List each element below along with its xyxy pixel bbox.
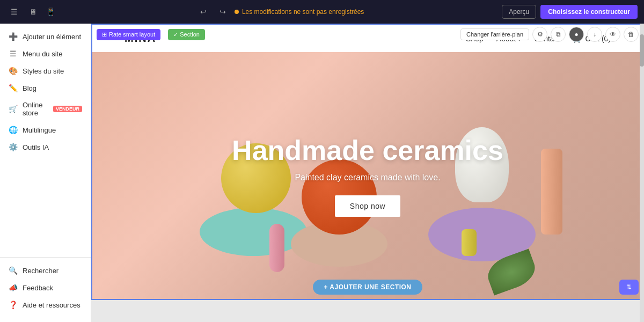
sidebar-styles-label: Styles du site (23, 67, 64, 75)
sidebar-item-blog[interactable]: ✏️ Blog (0, 79, 91, 97)
unsaved-notice: Les modifications ne sont pas enregistré… (235, 8, 364, 16)
sidebar-item-help[interactable]: ❓ Aide et ressources (0, 296, 91, 313)
hero-section: Handmade ceramics Painted clay ceramics … (92, 52, 643, 299)
device-switcher: 🖥 📱 (26, 4, 58, 19)
hero-subtitle: Painted clay ceramics made with love. (232, 173, 503, 182)
download-icon-button[interactable]: ↓ (587, 27, 602, 42)
site-frame-wrapper: ⊞ Rate smart layout ✓ Section Changer l'… (91, 24, 644, 300)
shop-now-button[interactable]: Shop now (335, 195, 400, 217)
ai-icon: ⚙️ (9, 143, 17, 151)
sidebar-item-multilang[interactable]: 🌐 Multilingue (0, 121, 91, 138)
redo-button[interactable]: ↪ (215, 4, 230, 19)
sidebar-help-label: Aide et ressources (23, 301, 80, 309)
site-frame: MINA Shop About ▾ Contact 🛒 Cart (0) (92, 25, 643, 299)
unsaved-label: Les modifications ne sont pas enregistré… (242, 8, 364, 16)
sidebar-item-menu[interactable]: ☰ Menu du site (0, 45, 91, 62)
settings-icon-button[interactable]: ⚙ (532, 27, 547, 42)
toolbar-left: ☰ 🖥 📱 (6, 4, 58, 19)
vendor-badge: VENDEUR (53, 106, 82, 112)
sidebar-ai-label: Outils IA (23, 143, 49, 151)
store-icon: 🛒 (9, 105, 17, 113)
preview-button[interactable]: Aperçu (502, 5, 536, 19)
add-element-icon: ➕ (9, 32, 17, 41)
canvas-bottom-bar: + AJOUTER UNE SECTION ⇅ (92, 275, 643, 299)
toolbar-right: Aperçu Choisissez le constructeur (502, 5, 638, 19)
scroll-control-button[interactable]: ⇅ (619, 280, 639, 295)
sidebar-item-add-element[interactable]: ➕ Ajouter un élément (0, 28, 91, 45)
sidebar-toggle-button[interactable]: ☰ (6, 4, 21, 19)
sidebar-bottom: 🔍 Rechercher 📣 Feedback ❓ Aide et ressou… (0, 257, 91, 318)
sidebar-item-ai-tools[interactable]: ⚙️ Outils IA (0, 138, 91, 156)
unsaved-dot (235, 10, 239, 14)
blog-icon: ✏️ (9, 84, 17, 92)
multilang-icon: 🌐 (9, 126, 17, 134)
sidebar-feedback-label: Feedback (23, 284, 53, 292)
add-section-button[interactable]: + AJOUTER UNE SECTION (313, 280, 422, 295)
styles-icon: 🎨 (9, 67, 17, 75)
search-icon: 🔍 (9, 266, 17, 275)
delete-icon-button[interactable]: 🗑 (624, 27, 639, 42)
rate-icon: ⊞ (102, 31, 107, 38)
sidebar-menu-label: Menu du site (23, 50, 62, 58)
rate-smart-label: Rate smart layout (109, 31, 155, 38)
desktop-view-button[interactable]: 🖥 (26, 4, 41, 19)
section-label: ✓ Section (173, 31, 200, 38)
sidebar: ➕ Ajouter un élément ☰ Menu du site 🎨 St… (0, 24, 91, 322)
choose-builder-button[interactable]: Choisissez le constructeur (540, 5, 638, 19)
top-toolbar: ☰ 🖥 📱 ↩ ↪ Les modifications ne sont pas … (0, 0, 644, 24)
mobile-view-button[interactable]: 📱 (43, 4, 58, 19)
sidebar-item-styles[interactable]: 🎨 Styles du site (0, 62, 91, 79)
hero-title: Handmade ceramics (232, 134, 503, 166)
feedback-icon: 📣 (9, 283, 17, 292)
sidebar-search-label: Rechercher (23, 267, 58, 275)
help-icon: ❓ (9, 301, 17, 309)
menu-icon: ☰ (9, 49, 17, 58)
section-right-controls: Changer l'arrière-plan ⚙ ⧉ ● ↓ 👁 🗑 (460, 27, 639, 42)
sidebar-store-label: Online store (23, 101, 48, 117)
scrollbar-track[interactable] (640, 24, 644, 322)
undo-button[interactable]: ↩ (196, 4, 211, 19)
scrollbar-thumb[interactable] (640, 34, 644, 67)
cylinder-pink (269, 224, 284, 272)
sidebar-main: ➕ Ajouter un élément ☰ Menu du site 🎨 St… (0, 28, 91, 257)
cylinder-salmon (541, 149, 562, 235)
section-left-controls: ⊞ Rate smart layout ✓ Section (97, 29, 205, 40)
main-layout: ➕ Ajouter un élément ☰ Menu du site 🎨 St… (0, 24, 644, 322)
preview-icon-button[interactable]: 👁 (605, 27, 620, 42)
sidebar-multilang-label: Multilingue (23, 126, 56, 134)
duplicate-icon-button[interactable]: ⧉ (551, 27, 566, 42)
sidebar-add-element-label: Ajouter un élément (23, 33, 81, 41)
canvas-area: ⊞ Rate smart layout ✓ Section Changer l'… (91, 24, 644, 322)
sidebar-blog-label: Blog (23, 84, 36, 92)
change-bg-button[interactable]: Changer l'arrière-plan (460, 28, 529, 40)
toolbar-center: ↩ ↪ Les modifications ne sont pas enregi… (196, 4, 364, 19)
section-badge-button[interactable]: ✓ Section (168, 29, 205, 40)
sidebar-item-feedback[interactable]: 📣 Feedback (0, 279, 91, 296)
sidebar-item-search[interactable]: 🔍 Rechercher (0, 262, 91, 279)
cylinder-yellow (462, 229, 477, 256)
color-swatch-button[interactable]: ● (569, 27, 584, 42)
hero-content: Handmade ceramics Painted clay ceramics … (232, 134, 503, 217)
sidebar-item-online-store[interactable]: 🛒 Online store VENDEUR (0, 97, 91, 121)
rate-smart-layout-button[interactable]: ⊞ Rate smart layout (97, 29, 160, 40)
